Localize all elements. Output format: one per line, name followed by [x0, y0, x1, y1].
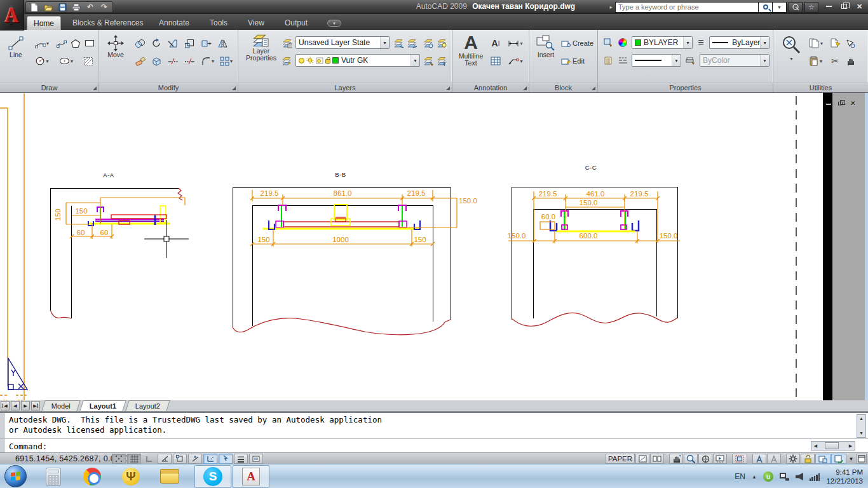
- new-file-icon[interactable]: [28, 3, 41, 11]
- toolbar-lock-button[interactable]: [801, 454, 815, 464]
- lineweight-combo[interactable]: ByLayer ▾: [709, 36, 770, 49]
- quick-view-layouts-button[interactable]: [650, 454, 664, 464]
- tab-last-button[interactable]: ▶: [31, 401, 40, 410]
- chrome-taskbar-icon[interactable]: [82, 466, 102, 487]
- doc-restore-button[interactable]: [836, 100, 844, 107]
- block-create-button[interactable]: Create: [561, 37, 595, 50]
- polyline-button[interactable]: [55, 36, 69, 50]
- zoom-dd-icon[interactable]: ▾: [790, 55, 792, 62]
- status-menu-dropdown[interactable]: ▼: [847, 454, 855, 464]
- search-input[interactable]: [615, 2, 759, 13]
- stretch-button[interactable]: [198, 36, 214, 50]
- volume-tray-icon[interactable]: [796, 473, 803, 480]
- scroll-down-icon[interactable]: ▼: [857, 430, 865, 437]
- search-icon[interactable]: [759, 2, 773, 13]
- scroll-up-icon[interactable]: ▲: [857, 415, 865, 423]
- command-hscrollbar[interactable]: ◀ ▶: [811, 441, 855, 451]
- tab-layout1[interactable]: Layout1: [79, 400, 126, 411]
- close-button[interactable]: ✕: [853, 2, 865, 11]
- cut-button[interactable]: ✂: [828, 54, 842, 68]
- paste-button[interactable]: ▾: [806, 54, 825, 68]
- save-icon[interactable]: [56, 3, 69, 11]
- panel-properties-footer[interactable]: Properties: [598, 83, 773, 92]
- pan-button[interactable]: [843, 54, 857, 68]
- otrack-toggle[interactable]: [188, 454, 202, 464]
- tray-expand-icon[interactable]: ▲: [752, 474, 757, 480]
- move-button[interactable]: Move: [104, 35, 127, 58]
- quick-calc-button[interactable]: [843, 36, 857, 50]
- drawing-status-bar-button[interactable]: [831, 454, 846, 464]
- circle-button[interactable]: ▾: [31, 54, 53, 68]
- layer-on-icon[interactable]: [299, 58, 304, 64]
- mirror-button[interactable]: [215, 36, 230, 50]
- annotation-visibility-button[interactable]: [767, 454, 781, 464]
- layer-delete-button[interactable]: [406, 37, 419, 50]
- layer-previous-button[interactable]: [436, 55, 449, 67]
- communication-center-icon[interactable]: [789, 2, 803, 13]
- layer-lock-icon[interactable]: [325, 59, 330, 64]
- panel-annotation-footer[interactable]: Annotation: [452, 83, 529, 92]
- table-button[interactable]: [488, 54, 503, 68]
- multileader-button[interactable]: ▾: [505, 54, 526, 68]
- zoom-status-button[interactable]: [684, 454, 698, 464]
- linetype-manager-button[interactable]: [602, 54, 614, 67]
- maximize-viewport-button[interactable]: [732, 454, 747, 464]
- model-layout-toggle[interactable]: [635, 454, 649, 464]
- layer-thaw-icon[interactable]: [306, 57, 314, 64]
- open-file-icon[interactable]: [42, 3, 55, 11]
- tab-layout2[interactable]: Layout2: [125, 400, 170, 411]
- panel-utilities-footer[interactable]: Utilities: [773, 83, 868, 92]
- layer-states-button[interactable]: [280, 37, 294, 50]
- multiline-text-button[interactable]: A Multiline Text: [456, 32, 485, 67]
- tab-first-button[interactable]: ◀: [1, 401, 10, 410]
- command-window[interactable]: Autodesk DWG. This file is a TrustedDWG …: [0, 412, 868, 452]
- layer-state-combo[interactable]: Unsaved Layer State ▾: [295, 36, 390, 49]
- layer-isolate-button[interactable]: [280, 55, 294, 67]
- psi-app-taskbar-icon[interactable]: Ψ: [121, 466, 141, 487]
- linetype-combo[interactable]: ▾: [632, 54, 681, 67]
- tab-next-button[interactable]: ▶: [21, 401, 30, 410]
- steering-wheel-button[interactable]: [698, 454, 712, 464]
- ribbon-minimize-button[interactable]: ▾: [327, 20, 341, 27]
- panel-draw-footer[interactable]: Draw: [0, 83, 98, 92]
- clock[interactable]: 9:41 PM 12/21/2013: [826, 468, 863, 485]
- undo-icon[interactable]: ↶: [84, 3, 97, 11]
- trim-button[interactable]: [165, 36, 180, 50]
- polygon-button[interactable]: [69, 36, 83, 50]
- panel-block-footer[interactable]: Block: [529, 83, 597, 92]
- search-dropdown-icon[interactable]: ▾: [773, 2, 787, 13]
- linetype-icon[interactable]: [616, 54, 629, 67]
- qp-toggle[interactable]: [249, 454, 263, 464]
- break-button[interactable]: [165, 54, 180, 68]
- network-tray-icon[interactable]: [780, 473, 789, 481]
- pan-status-button[interactable]: [669, 454, 683, 464]
- status-tray-settings-button[interactable]: [815, 454, 831, 464]
- restore-button[interactable]: [838, 2, 850, 11]
- favorites-icon[interactable]: ☆: [804, 2, 818, 13]
- scale-button[interactable]: [182, 36, 197, 50]
- panel-modify-footer[interactable]: Modify: [99, 83, 238, 92]
- tab-blocks-references[interactable]: Blocks & References: [66, 16, 149, 30]
- paper-space-button[interactable]: PAPER: [606, 454, 635, 464]
- hatch-button[interactable]: [81, 54, 95, 68]
- copy-button[interactable]: [132, 36, 147, 50]
- language-indicator[interactable]: EN: [735, 472, 745, 481]
- menu-browser-arrow-icon[interactable]: ▾: [10, 22, 13, 28]
- tab-annotate[interactable]: Annotate: [153, 16, 196, 30]
- dimension-button[interactable]: ▾: [505, 36, 526, 50]
- redo-icon[interactable]: ↷: [98, 3, 111, 11]
- explorer-taskbar-icon[interactable]: [159, 466, 180, 487]
- quick-select-button[interactable]: [828, 36, 842, 50]
- skype-taskbar-button[interactable]: S: [194, 465, 231, 488]
- insert-button[interactable]: Insert: [533, 35, 559, 58]
- tab-model[interactable]: Model: [41, 400, 80, 411]
- command-window-drag-handle[interactable]: [0, 413, 4, 454]
- dyn-toggle[interactable]: [219, 454, 233, 464]
- tab-view[interactable]: View: [241, 16, 271, 30]
- signal-tray-icon[interactable]: [810, 473, 820, 481]
- tab-prev-button[interactable]: ◀: [11, 401, 20, 410]
- layer-freeze-button[interactable]: [423, 37, 435, 50]
- layer-match-button[interactable]: [423, 55, 435, 67]
- annotation-scale-button[interactable]: [752, 454, 766, 464]
- polar-toggle[interactable]: [158, 454, 172, 464]
